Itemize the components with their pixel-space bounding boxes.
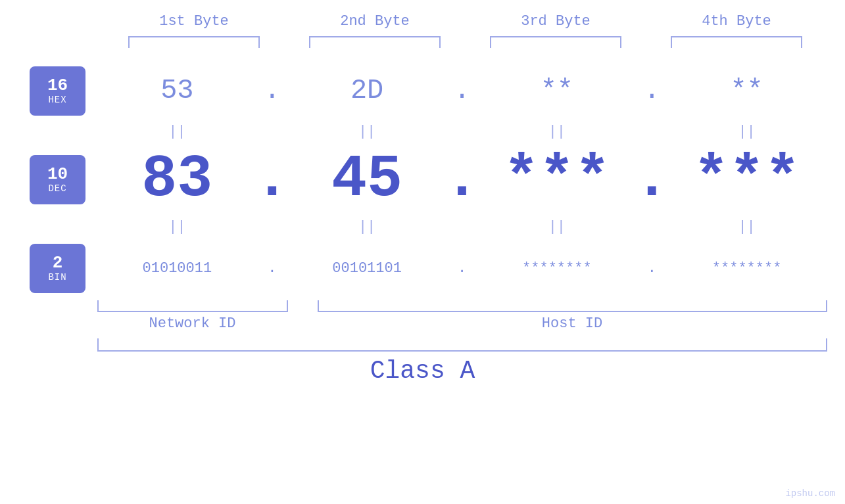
eq1-b2: || [287, 124, 447, 140]
dec-dot2: . [447, 150, 477, 209]
hex-byte3: ** [477, 75, 637, 106]
hex-dot1-sym: . [264, 75, 280, 106]
equals-2-3: || [548, 219, 566, 235]
hex-dot2-sym: . [454, 75, 470, 106]
bin-byte3: ******** [477, 260, 637, 277]
equals-1-4: || [738, 124, 755, 140]
equals-1-2: || [358, 124, 375, 140]
eq2-b3: || [477, 219, 637, 235]
hex-dot3-sym: . [644, 75, 660, 106]
hex-dot2: . [447, 75, 477, 106]
hex-bytes: 53 . 2D . ** . ** [97, 75, 827, 106]
bin-badge-spacer: 2 BIN [18, 244, 97, 293]
bottom-bracket-container [18, 300, 827, 312]
dec-byte4: *** [667, 146, 827, 213]
byte1-header: 1st Byte [118, 13, 270, 30]
eq2-b2: || [287, 219, 447, 235]
equals-1-1: || [168, 124, 185, 140]
bin-dot3-sym: . [648, 260, 656, 277]
hex-badge-label: HEX [48, 95, 66, 105]
equals-2-1: || [168, 219, 185, 235]
main-container: 1st Byte 2nd Byte 3rd Byte 4th Byte 16 H… [0, 0, 845, 504]
rows-wrapper: 16 HEX 53 . 2D . ** [18, 61, 827, 298]
equals-row-2: || || || || [18, 216, 827, 239]
bin-byte3-value: ******** [522, 260, 592, 277]
dec-badge: 10 DEC [30, 155, 85, 204]
dec-bytes: 83 . 45 . *** . *** [97, 146, 827, 213]
dec-dot3: . [637, 150, 667, 209]
dec-dot1-sym: . [254, 150, 290, 209]
byte2-header: 2nd Byte [299, 13, 450, 30]
bin-byte4: ******** [667, 260, 827, 277]
dec-byte3-value: *** [504, 146, 610, 213]
bin-row-wrapper: 2 BIN 01010011 . 00101101 . ******** [18, 239, 827, 298]
hex-byte2: 2D [287, 75, 447, 106]
host-id-bracket [318, 300, 827, 312]
hex-byte4: ** [667, 75, 827, 106]
dec-dot3-sym: . [634, 150, 669, 209]
bin-bytes: 01010011 . 00101101 . ******** . [97, 260, 827, 277]
bin-badge: 2 BIN [30, 244, 85, 293]
id-labels-row: Network ID Host ID [18, 315, 827, 332]
bin-dot2-sym: . [458, 260, 466, 277]
bracket-1 [128, 36, 260, 48]
byte4-header: 4th Byte [661, 13, 812, 30]
eq-spacer-2 [18, 216, 97, 239]
eq2-b4: || [667, 219, 827, 235]
hex-byte1-value: 53 [160, 75, 193, 106]
top-bracket-row [104, 36, 827, 48]
bracket-4 [671, 36, 802, 48]
equals-2-2: || [358, 219, 375, 235]
bin-byte1: 01010011 [97, 260, 258, 277]
bin-byte2: 00101101 [287, 260, 447, 277]
dec-byte1-value: 83 [141, 146, 212, 213]
class-label: Class A [0, 357, 845, 385]
dec-badge-spacer: 10 DEC [18, 155, 97, 204]
dec-byte3: *** [477, 146, 637, 213]
bracket-2 [309, 36, 441, 48]
dec-byte2: 45 [287, 146, 447, 213]
bin-dot1-sym: . [268, 260, 276, 277]
eq2-b1: || [97, 219, 258, 235]
eq1-b1: || [97, 124, 258, 140]
dec-byte4-value: *** [694, 146, 800, 213]
bin-dot2: . [447, 260, 477, 277]
eq1-b3: || [477, 124, 637, 140]
full-bottom-bracket [97, 338, 827, 352]
dec-byte2-value: 45 [331, 146, 402, 213]
equals-2-4: || [738, 219, 755, 235]
bin-dot3: . [637, 260, 667, 277]
dec-row-wrapper: 10 DEC 83 . 45 . *** [18, 143, 827, 216]
bin-dot1: . [257, 260, 287, 277]
hex-badge-number: 16 [47, 76, 68, 95]
byte-headers: 1st Byte 2nd Byte 3rd Byte 4th Byte [104, 13, 827, 30]
watermark: ipshu.com [785, 488, 835, 499]
hex-dot1: . [257, 75, 287, 106]
bin-byte4-value: ******** [712, 260, 782, 277]
hex-byte1: 53 [97, 75, 258, 106]
hex-row-wrapper: 16 HEX 53 . 2D . ** [18, 61, 827, 120]
hex-byte3-value: ** [541, 75, 573, 106]
hex-dot3: . [637, 75, 667, 106]
bin-byte1-value: 01010011 [143, 260, 212, 277]
bracket-gap [288, 300, 318, 312]
dec-dot1: . [257, 150, 287, 209]
dec-byte1: 83 [97, 146, 258, 213]
equals-1-3: || [548, 124, 566, 140]
dec-badge-label: DEC [48, 183, 66, 194]
bracket-3 [490, 36, 621, 48]
labels-gap [288, 315, 318, 332]
network-id-label: Network ID [97, 315, 288, 332]
bin-badge-number: 2 [53, 254, 63, 273]
eq-content-2: || || || || [97, 216, 827, 239]
full-bracket-container [18, 338, 827, 352]
network-id-bracket [97, 300, 288, 312]
byte3-header: 3rd Byte [480, 13, 631, 30]
host-id-label: Host ID [318, 315, 827, 332]
hex-byte2-value: 2D [350, 75, 383, 106]
hex-badge: 16 HEX [30, 66, 85, 116]
equals-row-1: || || || || [18, 120, 827, 143]
eq-spacer-1 [18, 120, 97, 143]
hex-badge-spacer: 16 HEX [18, 66, 97, 116]
bin-badge-label: BIN [48, 272, 66, 283]
